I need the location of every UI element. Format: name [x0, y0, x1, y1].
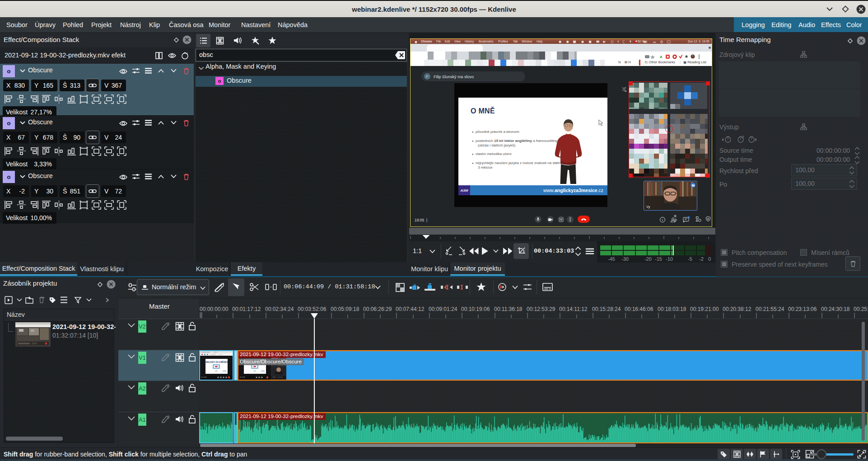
svg-text:ANGLICKY ZA 3 MĚSÍCE: ANGLICKY ZA 3 MĚSÍCE	[205, 360, 229, 363]
svg-text:@: @	[661, 41, 663, 43]
